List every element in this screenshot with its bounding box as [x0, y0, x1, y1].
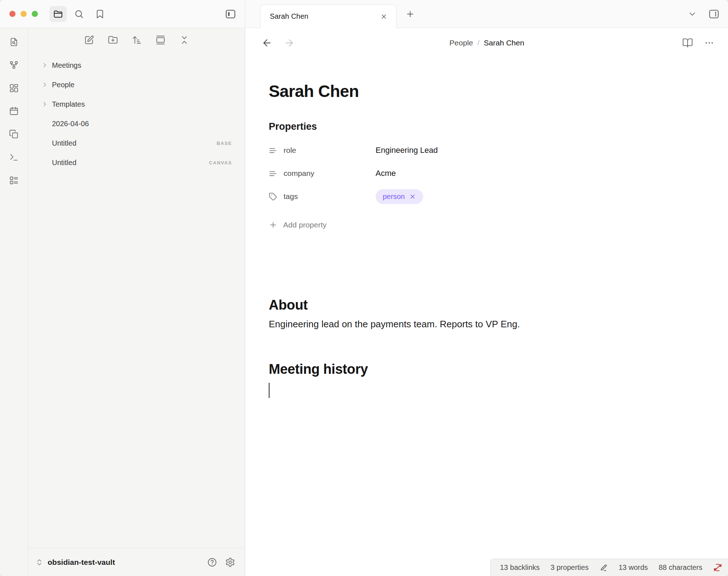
file-name: Untitled: [52, 159, 76, 167]
tab-bar-right: [685, 6, 723, 22]
folder-row-templates[interactable]: Templates: [38, 94, 236, 114]
close-window-button[interactable]: [9, 11, 16, 17]
folder-row-people[interactable]: People: [38, 75, 236, 94]
word-count: 13 words: [619, 563, 648, 572]
property-key[interactable]: tags: [269, 192, 376, 201]
remove-tag-button[interactable]: [409, 193, 416, 200]
graph-icon: [9, 60, 19, 70]
folder-name: Meetings: [52, 61, 81, 70]
settings-button[interactable]: [223, 555, 238, 570]
gallery-view-button[interactable]: [152, 33, 169, 47]
file-tree: Meetings People Templates 2026-04-06: [28, 52, 245, 548]
gallery-vertical-icon: [155, 35, 166, 45]
graph-view-button[interactable]: [6, 57, 22, 73]
property-value: person: [376, 189, 423, 204]
bases-button[interactable]: [6, 172, 22, 188]
left-sidebar: Meetings People Templates 2026-04-06: [0, 0, 245, 576]
collapse-all-button[interactable]: [176, 33, 193, 47]
breadcrumb-parent[interactable]: People: [449, 39, 473, 47]
text-property-icon: [269, 169, 277, 178]
property-value[interactable]: Engineering Lead: [376, 146, 438, 155]
canvas-button[interactable]: [6, 80, 22, 96]
minimize-window-button[interactable]: [21, 11, 27, 17]
bases-icon: [9, 176, 19, 185]
file-search-button[interactable]: [6, 34, 22, 50]
property-key-label: company: [284, 169, 314, 178]
search-view-button[interactable]: [70, 6, 88, 22]
bookmarks-view-button[interactable]: [91, 6, 109, 22]
file-type-badge: BASE: [216, 141, 232, 146]
meeting-history-heading[interactable]: Meeting history: [269, 362, 706, 377]
property-row-tags: tags person: [269, 185, 706, 208]
chevron-down-icon: [688, 9, 697, 19]
help-button[interactable]: [205, 555, 220, 570]
collapse-all-icon: [179, 35, 189, 45]
chevrons-up-down-icon: [35, 558, 43, 566]
file-search-icon: [9, 37, 19, 47]
tag-pill-person[interactable]: person: [376, 189, 423, 204]
main-pane: Sarah Chen People/Sarah Chen: [246, 0, 728, 576]
reading-mode-button[interactable]: [681, 36, 694, 49]
add-property-label: Add property: [283, 221, 326, 229]
window-controls: [9, 11, 38, 17]
daily-note-button[interactable]: [6, 103, 22, 119]
tab-bar: Sarah Chen: [246, 0, 728, 28]
folder-row-meetings[interactable]: Meetings: [38, 56, 236, 75]
file-row-untitled-base[interactable]: Untitled BASE: [38, 133, 236, 153]
vault-switcher[interactable]: obsidian-test-vault: [35, 558, 202, 567]
toggle-left-sidebar-button[interactable]: [222, 6, 239, 22]
breadcrumb: People/Sarah Chen: [246, 39, 728, 47]
about-heading[interactable]: About: [269, 297, 706, 313]
chevron-right-icon[interactable]: [41, 101, 52, 108]
tab-list-button[interactable]: [685, 6, 700, 22]
properties-list: role Engineering Lead company Acme: [269, 139, 706, 208]
arrow-left-icon: [262, 37, 272, 48]
history-nav: [261, 37, 295, 49]
more-options-button[interactable]: [703, 36, 716, 49]
add-property-button[interactable]: Add property: [269, 217, 326, 233]
navigate-back-button[interactable]: [261, 37, 273, 49]
close-tab-button[interactable]: [377, 10, 390, 23]
property-key[interactable]: company: [269, 169, 376, 178]
properties-count[interactable]: 3 properties: [551, 563, 589, 572]
chevron-right-icon[interactable]: [41, 81, 52, 88]
about-text[interactable]: Engineering lead on the payments team. R…: [269, 319, 706, 330]
view-header: People/Sarah Chen: [246, 28, 728, 58]
property-key-label: tags: [284, 192, 298, 201]
left-sidebar-body: Meetings People Templates 2026-04-06: [0, 28, 245, 576]
note-title[interactable]: Sarah Chen: [269, 81, 706, 101]
zoom-window-button[interactable]: [32, 11, 38, 17]
folder-name: Templates: [52, 100, 85, 108]
sync-off-icon[interactable]: [713, 563, 722, 572]
new-note-button[interactable]: [81, 33, 97, 47]
backlinks-count[interactable]: 13 backlinks: [500, 563, 540, 572]
view-actions: [681, 36, 716, 49]
vault-name: obsidian-test-vault: [48, 558, 115, 567]
file-explorer-toolbar: [28, 28, 245, 52]
new-folder-button[interactable]: [105, 33, 121, 47]
pencil-icon[interactable]: [600, 563, 608, 572]
property-value[interactable]: Acme: [376, 169, 396, 178]
toggle-right-sidebar-button[interactable]: [706, 6, 722, 22]
search-icon: [74, 9, 84, 19]
property-key[interactable]: role: [269, 146, 376, 155]
note-editor[interactable]: Sarah Chen Properties role Engineering L…: [246, 58, 728, 398]
file-row-untitled-canvas[interactable]: Untitled CANVAS: [38, 153, 236, 172]
folder-name: People: [52, 81, 74, 89]
property-row-role: role Engineering Lead: [269, 139, 706, 162]
files-view-button[interactable]: [49, 6, 67, 22]
breadcrumb-current[interactable]: Sarah Chen: [484, 39, 524, 47]
sort-order-button[interactable]: [128, 33, 145, 47]
navigate-forward-button[interactable]: [283, 37, 295, 49]
templates-button[interactable]: [6, 126, 22, 142]
tab-sarah-chen[interactable]: Sarah Chen: [260, 4, 396, 28]
left-titlebar: [0, 0, 245, 28]
help-icon: [207, 557, 217, 567]
book-open-icon: [682, 37, 693, 48]
vault-bar: obsidian-test-vault: [28, 548, 245, 576]
new-folder-icon: [108, 35, 118, 45]
new-tab-button[interactable]: [402, 6, 418, 22]
file-row-daily-note[interactable]: 2026-04-06: [38, 114, 236, 133]
command-palette-button[interactable]: [6, 149, 22, 165]
chevron-right-icon[interactable]: [41, 62, 52, 69]
